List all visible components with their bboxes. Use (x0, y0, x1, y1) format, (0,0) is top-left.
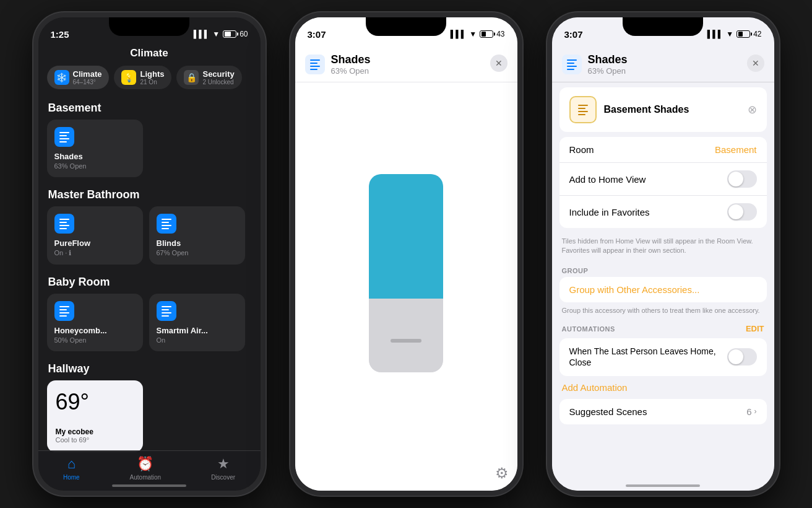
status-icons-3: ▌▌▌ ▼ 42 (707, 30, 762, 38)
suggested-scenes-row[interactable]: Suggested Scenes 6 › (559, 399, 767, 424)
battery-icon-2 (480, 30, 493, 38)
tab-climate[interactable]: ❄️ Climate 64–143° (47, 66, 110, 89)
pureflow-tile-icon (54, 214, 74, 234)
include-favorites-toggle[interactable] (727, 203, 757, 221)
shades-tile-status: 63% Open (54, 162, 136, 170)
automations-edit-button[interactable]: EDIT (746, 324, 764, 333)
device-card: Basement Shades ⊗ (559, 87, 767, 132)
honeycomb-tile-status: 50% Open (54, 336, 136, 344)
home-bar (112, 484, 186, 487)
blinds-tile-status: 67% Open (157, 249, 238, 256)
lights-icon: 💡 (121, 70, 136, 85)
settings-modal-title: Shades (588, 53, 628, 66)
security-icon: 🔒 (184, 70, 199, 85)
honeycomb-tile-name: Honeycomb... (54, 326, 136, 335)
settings-close-button[interactable]: ✕ (747, 55, 764, 72)
notch-2 (366, 17, 446, 36)
smartmi-tile-icon (157, 301, 176, 321)
phone-1: 1:25 ▌▌▌ ▼ 60 Climate ❄️ Climate (33, 12, 266, 496)
section-hallway: Hallway (38, 359, 261, 380)
settings-note: Tiles hidden from Home View will still a… (552, 233, 774, 262)
add-home-view-toggle[interactable] (727, 170, 757, 188)
nav-discover[interactable]: ★ Discover (211, 456, 235, 481)
shades-modal-header: Shades 63% Open ✕ (295, 45, 517, 82)
master-bath-tiles: PureFlow On · ℹ Blinds 67% Open (38, 206, 261, 272)
tab-climate-label: Climate (73, 69, 102, 79)
shade-handle (391, 339, 421, 343)
automation-toggle-1[interactable] (727, 348, 757, 366)
add-automation-button[interactable]: Add Automation (552, 379, 774, 399)
suggested-right: 6 › (746, 406, 756, 417)
room-label: Room (569, 144, 594, 155)
settings-list-main: Room Basement Add to Home View Include i… (559, 137, 767, 228)
settings-header-icon (562, 55, 582, 74)
automations-header: AUTOMATIONS EDIT (552, 322, 774, 336)
shades-tile-name: Shades (54, 152, 136, 161)
wifi-icon-3: ▼ (726, 30, 733, 38)
section-master-bath: Master Bathroom (38, 185, 261, 206)
add-home-view-label: Add to Home View (569, 174, 646, 185)
time-1: 1:25 (51, 29, 69, 40)
tab-climate-sub: 64–143° (73, 79, 102, 85)
nav-automation[interactable]: ⏰ Automation (130, 456, 162, 481)
ecobee-sub: Cool to 69° (56, 436, 134, 444)
automation-nav-label: Automation (130, 474, 162, 481)
ecobee-name: My ecobee (56, 427, 134, 436)
suggested-count: 6 (746, 406, 751, 417)
tile-pureflow[interactable]: PureFlow On · ℹ (47, 206, 143, 265)
nav-home[interactable]: ⌂ Home (63, 456, 80, 481)
add-home-view-row[interactable]: Add to Home View (559, 163, 767, 196)
shades-visual-area (295, 82, 517, 463)
tile-honeycomb[interactable]: Honeycomb... 50% Open (47, 294, 143, 351)
pureflow-tile-name: PureFlow (54, 239, 136, 248)
climate-icon: ❄️ (54, 70, 69, 85)
phone-2: 3:07 ▌▌▌ ▼ 43 (290, 12, 522, 496)
signal-icon-2: ▌▌▌ (451, 30, 467, 38)
room-value: Basement (715, 144, 757, 155)
shades-close-button[interactable]: ✕ (490, 55, 508, 72)
phone-3: 3:07 ▌▌▌ ▼ 42 Shades 63% Ope (547, 12, 779, 496)
tab-security[interactable]: 🔒 Security 2 Unlocked (176, 66, 241, 89)
tile-ecobee[interactable]: 69° My ecobee Cool to 69° (47, 380, 143, 452)
include-favorites-row[interactable]: Include in Favorites (559, 196, 767, 228)
discover-nav-icon: ★ (217, 456, 230, 472)
shades-modal-title: Shades (331, 53, 371, 66)
gear-button[interactable]: ⚙ (495, 465, 509, 482)
section-basement: Basement (38, 98, 261, 120)
tabs-row: ❄️ Climate 64–143° 💡 Lights 21 On 🔒 (38, 66, 261, 98)
tab-security-sub: 2 Unlocked (202, 79, 234, 85)
home-bar-2 (369, 484, 443, 487)
automation-nav-icon: ⏰ (137, 456, 153, 472)
tile-shades[interactable]: Shades 63% Open (47, 120, 143, 177)
automations-label: AUTOMATIONS (562, 325, 615, 333)
battery-icon (223, 30, 236, 38)
battery-icon-3 (736, 30, 750, 38)
device-remove-button[interactable]: ⊗ (748, 103, 757, 116)
group-note: Group this accessory with others to trea… (552, 302, 774, 322)
suggested-label: Suggested Scenes (569, 406, 647, 417)
tile-smartmi[interactable]: Smartmi Air... On (149, 294, 245, 351)
status-icons-1: ▌▌▌ ▼ 60 (194, 30, 248, 38)
group-link[interactable]: Group with Other Accessories... (559, 277, 767, 302)
page-title: Climate (38, 45, 261, 66)
pureflow-tile-status: On · ℹ (54, 249, 136, 257)
time-2: 3:07 (308, 29, 326, 40)
automation-item-1: When The Last Person Leaves Home, Close (559, 338, 767, 375)
battery-percent-2: 43 (496, 30, 504, 38)
room-row[interactable]: Room Basement (559, 137, 767, 163)
settings-modal-header: Shades 63% Open ✕ (552, 45, 774, 82)
wifi-icon: ▼ (212, 30, 220, 38)
time-3: 3:07 (564, 29, 583, 40)
honeycomb-tile-icon (54, 301, 74, 321)
shade-visual[interactable] (369, 174, 443, 372)
notch-1 (109, 17, 189, 36)
tab-lights[interactable]: 💡 Lights 21 On (114, 66, 171, 89)
automations-list: When The Last Person Leaves Home, Close (559, 338, 767, 375)
include-favorites-label: Include in Favorites (569, 207, 650, 217)
signal-icon-3: ▌▌▌ (707, 30, 723, 38)
tile-blinds[interactable]: Blinds 67% Open (149, 206, 245, 265)
shade-open-part (369, 174, 443, 299)
blinds-tile-icon (157, 214, 176, 234)
settings-modal-subtitle: 63% Open (588, 66, 628, 76)
tab-lights-label: Lights (140, 69, 164, 79)
